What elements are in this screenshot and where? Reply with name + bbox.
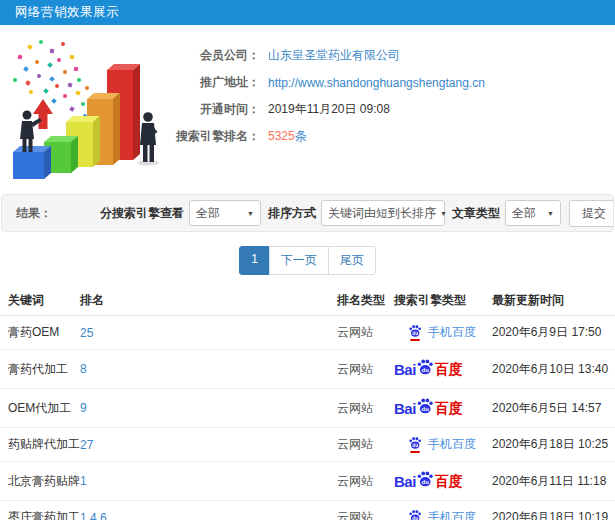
info-value[interactable]: 山东皇圣堂药业有限公司	[268, 47, 400, 64]
sort-filter-label: 排序方式	[268, 205, 316, 222]
title-bar: 网络营销效果展示	[0, 0, 615, 25]
baidu-logo-text: Bai	[394, 474, 416, 489]
svg-text:du: du	[412, 443, 418, 448]
column-header: 排名类型	[337, 287, 394, 316]
baidu-logo-cn: 百度	[435, 362, 463, 376]
rank-count: 5325	[268, 129, 295, 143]
filter-bar: 结果： 分搜索引擎查看 全部 ▼ 排序方式 关键词由短到长排序 ▼ 文章类型 全…	[1, 194, 614, 232]
rank-type-cell: 云网站	[337, 428, 394, 462]
svg-text:du: du	[421, 406, 429, 412]
info-label: 开通时间：	[168, 101, 260, 118]
updated-time-cell: 2020年6月10日 13:40	[492, 350, 615, 389]
baidu-logo-text: Bai	[394, 362, 416, 377]
info-row: 推广地址： http://www.shandonghuangshengtang.…	[168, 69, 615, 96]
engine-type-cell: Bai du 百度	[394, 350, 492, 389]
filter-controls: 分搜索引擎查看 全部 ▼ 排序方式 关键词由短到长排序 ▼ 文章类型 全部 ▼ …	[93, 200, 613, 227]
keyword-cell: 膏药OEM	[0, 316, 80, 350]
baidu-paw-icon: du	[416, 470, 434, 488]
page: 网络营销效果展示	[0, 0, 615, 520]
updated-time-cell: 2020年6月18日 10:25	[492, 428, 615, 462]
keyword-cell: 药贴牌代加工	[0, 428, 80, 462]
column-header: 最新更新时间	[492, 287, 615, 316]
table-row: 药贴牌代加工 27 云网站 du 手机百度 2020年6月18日 10:25	[0, 428, 615, 462]
mobile-baidu-label: 手机百度	[428, 509, 476, 520]
info-label: 会员公司：	[168, 47, 260, 64]
chevron-down-icon: ▼	[547, 210, 554, 217]
red-underline	[410, 451, 420, 453]
growth-chart-illustration	[0, 33, 168, 185]
next-page-button[interactable]: 下一页	[269, 246, 329, 275]
rank-cell[interactable]: 25	[80, 316, 337, 350]
table-row: OEM代加工 9 云网站 Bai du 百度 2020年6月5日 14:57	[0, 389, 615, 428]
last-page-button[interactable]: 尾页	[328, 246, 376, 275]
chevron-down-icon: ▼	[440, 210, 447, 217]
svg-text:du: du	[412, 331, 418, 336]
article-type-select[interactable]: 全部 ▼	[505, 200, 561, 226]
rank-type-cell: 云网站	[337, 316, 394, 350]
submit-button[interactable]: 提交	[569, 200, 614, 227]
page-title: 网络营销效果展示	[15, 5, 119, 19]
info-value: 2019年11月20日 09:08	[268, 101, 390, 118]
mobile-baidu-label: 手机百度	[428, 324, 476, 341]
rank-cell[interactable]: 1,4,6	[80, 501, 337, 520]
table-row: 膏药OEM 25 云网站 du 手机百度 2020年6月9日 17:50	[0, 316, 615, 350]
page-1-button[interactable]: 1	[239, 246, 270, 275]
engine-filter-label: 分搜索引擎查看	[100, 205, 184, 222]
info-value[interactable]: http://www.shandonghuangshengtang.cn	[268, 76, 485, 90]
engine-type-cell: Bai du 百度	[394, 462, 492, 501]
info-label: 搜索引擎排名：	[168, 128, 260, 145]
baidu-paw-icon: du	[416, 358, 434, 376]
baidu-paw-icon: du	[416, 397, 434, 415]
sort-select[interactable]: 关键词由短到长排序 ▼	[321, 200, 445, 226]
table-row: 北京膏药贴牌 1 云网站 Bai du 百度 2020年6月11日 11:18	[0, 462, 615, 501]
keyword-cell: 膏药代加工	[0, 350, 80, 389]
rank-type-cell: 云网站	[337, 501, 394, 520]
info-row: 搜索引擎排名： 5325条	[168, 123, 615, 150]
article-type-label: 文章类型	[452, 205, 500, 222]
keyword-cell: 枣庄膏药加工	[0, 501, 80, 520]
baidu-paw-icon: du	[408, 509, 422, 520]
info-row: 会员公司： 山东皇圣堂药业有限公司	[168, 42, 615, 69]
table-body: 膏药OEM 25 云网站 du 手机百度 2020年6月9日 17:50 膏药代…	[0, 316, 615, 520]
info-label: 推广地址：	[168, 74, 260, 91]
info-list: 会员公司： 山东皇圣堂药业有限公司 推广地址： http://www.shand…	[168, 33, 615, 185]
red-underline	[410, 339, 420, 341]
baidu-logo: Bai du 百度	[394, 397, 463, 419]
rank-type-cell: 云网站	[337, 389, 394, 428]
chevron-down-icon: ▼	[247, 210, 254, 217]
updated-time-cell: 2020年6月18日 10:19	[492, 501, 615, 520]
info-value: 5325条	[268, 128, 307, 145]
column-header: 排名	[80, 287, 337, 316]
rank-type-cell: 云网站	[337, 462, 394, 501]
rank-cell[interactable]: 8	[80, 350, 337, 389]
keyword-cell: OEM代加工	[0, 389, 80, 428]
svg-text:du: du	[421, 479, 429, 485]
engine-select[interactable]: 全部 ▼	[189, 200, 261, 226]
keyword-cell: 北京膏药贴牌	[0, 462, 80, 501]
engine-type-cell: du 手机百度	[394, 501, 492, 520]
baidu-logo-text: Bai	[394, 401, 416, 416]
baidu-paw-icon: du	[408, 436, 422, 453]
mobile-baidu-badge: du 手机百度	[408, 436, 476, 453]
keyword-rank-table: 关键词排名排名类型搜索引擎类型最新更新时间 膏药OEM 25 云网站 du 手机…	[0, 287, 615, 520]
rank-cell[interactable]: 9	[80, 389, 337, 428]
mobile-baidu-badge: du 手机百度	[408, 324, 476, 341]
rank-cell[interactable]: 1	[80, 462, 337, 501]
baidu-logo-cn: 百度	[435, 474, 463, 488]
baidu-logo-cn: 百度	[435, 401, 463, 415]
baidu-logo: Bai du 百度	[394, 470, 463, 492]
rank-count-unit: 条	[295, 129, 307, 143]
pagination: 1 下一页 尾页	[0, 246, 615, 275]
rank-type-cell: 云网站	[337, 350, 394, 389]
mobile-baidu-badge: du 手机百度	[408, 509, 476, 520]
baidu-paw-icon: du	[408, 324, 422, 341]
engine-type-cell: du 手机百度	[394, 428, 492, 462]
businessman-left	[20, 111, 42, 153]
column-header: 关键词	[0, 287, 80, 316]
article-type-select-value: 全部	[512, 205, 536, 222]
rank-cell[interactable]: 27	[80, 428, 337, 462]
column-header: 搜索引擎类型	[394, 287, 492, 316]
baidu-logo: Bai du 百度	[394, 358, 463, 380]
updated-time-cell: 2020年6月11日 11:18	[492, 462, 615, 501]
table-row: 枣庄膏药加工 1,4,6 云网站 du 手机百度 2020年6月18日 10:1…	[0, 501, 615, 520]
